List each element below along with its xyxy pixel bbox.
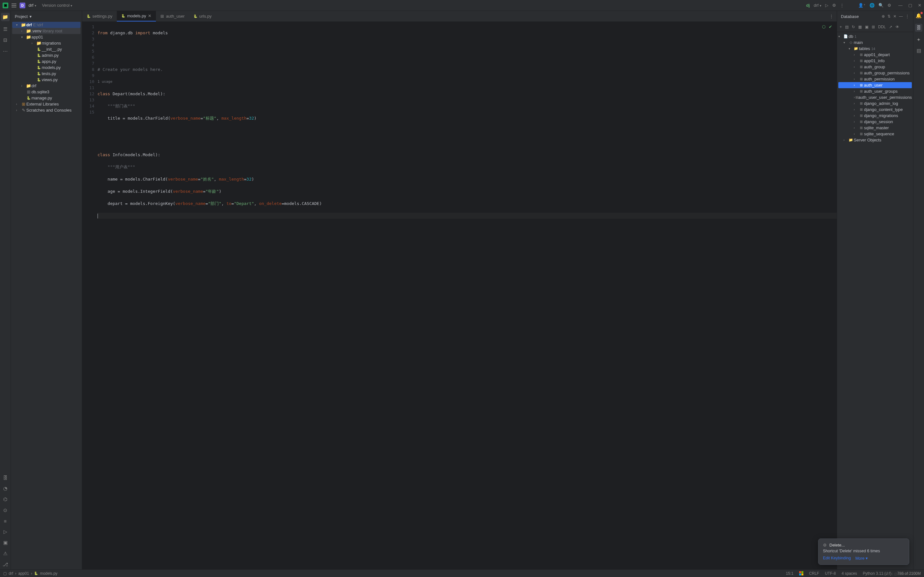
db-table-icon[interactable]: ⊞ [872,25,875,29]
db-new-icon[interactable]: + [840,25,842,29]
tab-models[interactable]: 🐍models.py✕ [117,11,156,21]
snippet-tool-button[interactable]: ▤ [917,48,921,53]
db-table-item[interactable]: ›⊞auth_group [839,64,912,70]
terminal-icon[interactable]: ▣ [3,540,8,546]
structure-tool-button[interactable]: ☰ [3,26,7,32]
ai-tool-button[interactable]: ✦ [917,37,921,43]
db-table-item[interactable]: ›⊞django_content_type [839,106,912,113]
status-memory[interactable]: 786 of 2100M [897,571,921,576]
db-refresh-icon[interactable]: ↻ [852,25,855,29]
code-with-me-icon[interactable]: 👤⁺ [858,3,866,8]
db-main[interactable]: ▾◇main [839,39,912,45]
tree-dbfile[interactable]: ⊞db.sqlite3 [12,89,81,95]
database-panel-header: Database ⊕ ⇅ ✕ — ⋮ [837,11,913,22]
db-server-objects[interactable]: ›📁Server Objects [839,137,912,143]
db-console-icon[interactable]: ▤ [845,25,848,29]
tree-migrations[interactable]: ›📁migrations [12,40,81,46]
db-table-item[interactable]: ›⊞sqlite_sequence [839,131,912,137]
debug-button[interactable]: ⚙ [832,3,836,8]
code-editor[interactable]: ⬡ ✔ 1 2 3 4 5 6 7 8 9 10 11 12 13 14 15 [82,22,837,569]
code-content[interactable]: from django.db import models # Create yo… [98,22,837,569]
db-view-icon[interactable]: 👁 [895,25,899,29]
db-table-item[interactable]: ›⊞django_migrations [839,113,912,119]
more-link[interactable]: More ▾ [855,556,868,561]
edit-keybinding-link[interactable]: Edit Keybinding [823,556,851,561]
db-table-item[interactable]: ›⊞app01_info [839,58,912,64]
status-eol[interactable]: CRLF [809,571,819,576]
run-config-dropdown[interactable]: drf ▾ [814,3,821,8]
translate-icon[interactable]: 🌐 [869,3,875,8]
close-button[interactable]: ✕ [918,3,921,8]
db-table-item[interactable]: ›⊞auth_user_groups [839,88,912,94]
tree-venv[interactable]: ›📁 .venv library root [12,28,81,34]
tree-external-libs[interactable]: ›⊞External Libraries [12,101,81,107]
db-table-item[interactable]: ›⊞auth_user_user_permissions [839,94,912,100]
database-tool-icon[interactable]: 🗄 [3,475,8,480]
db-minimize-icon[interactable]: — [899,14,903,19]
db-table-auth-user[interactable]: ›⊞auth_user [839,82,912,88]
db-root[interactable]: ▾📄db1 [839,33,912,39]
db-table-item[interactable]: ›⊞django_admin_log [839,100,912,106]
db-table-item[interactable]: ›⊞auth_permission [839,76,912,82]
endpoints-tool-button[interactable]: ⊟ [3,37,7,43]
tree-drf-folder[interactable]: ›📁drf [12,83,81,89]
status-position[interactable]: 15:1 [786,571,793,576]
status-encoding[interactable]: UTF-8 [825,571,836,576]
maximize-button[interactable]: ▢ [908,3,912,8]
database-tree[interactable]: ▾📄db1 ▾◇main ▾📁tables14 ›⊞app01_depart ›… [837,32,913,569]
tree-root[interactable]: ▾📁 drf E:\drf [12,22,81,28]
minimize-button[interactable]: — [898,3,903,8]
project-tree[interactable]: ▾📁 drf E:\drf ›📁 .venv library root ▾📁ap… [11,22,82,569]
db-table-item[interactable]: ›⊞app01_depart [839,52,912,58]
tree-file[interactable]: 🐍admin.py [12,52,81,58]
inspection-ok-icon[interactable]: ⬡ [822,24,826,29]
layers-icon[interactable]: ≡ [4,518,7,524]
database-toolbar: + ▤ ↻ ▦ ▣ ⊞ DDL ↗ 👁 [837,22,913,32]
tree-file[interactable]: 🐍models.py [12,64,81,71]
db-diagram-icon[interactable]: ▣ [865,25,869,29]
tree-file[interactable]: 🐍__init__.py [12,46,81,52]
profiler-tool-icon[interactable]: ◔ [3,485,7,492]
db-table-item[interactable]: ›⊞django_session [839,119,912,125]
db-add-icon[interactable]: ⊕ [882,14,885,19]
database-tool-button[interactable]: 🗄 [915,24,922,32]
db-table-item[interactable]: ›⊞sqlite_master [839,125,912,131]
db-close-icon[interactable]: ✕ [893,14,897,19]
db-table-item[interactable]: ›⊞auth_group_permissions [839,70,912,76]
more-tools-button[interactable]: ⋯ [3,48,8,54]
git-icon[interactable]: ⎇ [3,562,8,567]
python-console-icon[interactable]: ⌬ [3,496,7,502]
tree-file[interactable]: 🐍views.py [12,77,81,83]
tree-manage[interactable]: 🐍manage.py [12,95,81,101]
db-sort-icon[interactable]: ⇅ [887,14,891,19]
project-panel-header[interactable]: Project ▾ [11,11,82,22]
tab-urls[interactable]: 🐍urls.py [189,11,216,21]
main-menu-button[interactable] [11,3,16,7]
editor-more-button[interactable]: ⋮ [826,11,837,21]
breadcrumbs[interactable]: ▢drf› app01› 🐍models.py [3,571,57,576]
run-button[interactable]: ▷ [825,3,828,8]
db-more-icon[interactable]: ⋮ [905,14,909,19]
more-run-button[interactable]: ⋮ [840,3,844,8]
tree-scratches[interactable]: ›✎Scratches and Consoles [12,107,81,113]
vcs-dropdown[interactable]: Version control ▾ [42,3,73,8]
tree-app01[interactable]: ▾📁app01 [12,34,81,40]
notifications-button[interactable]: 🔔 [916,13,922,19]
settings-icon[interactable]: ⚙ [887,3,891,8]
run-tool-icon[interactable]: ▷ [3,529,7,535]
tab-settings[interactable]: 🐍settings.py [82,11,117,21]
db-ddl-button[interactable]: DDL [878,25,886,29]
services-icon[interactable]: ⊙ [3,508,7,513]
tree-file[interactable]: 🐍apps.py [12,58,81,64]
status-indent[interactable]: 4 spaces [842,571,857,576]
search-icon[interactable]: 🔍 [879,3,884,8]
tab-authuser[interactable]: ⊞auth_user [156,11,189,21]
db-stop-icon[interactable]: ▦ [858,25,862,29]
close-icon[interactable]: ✕ [148,13,152,18]
project-tool-button[interactable]: 📁 [1,13,10,21]
project-name-dropdown[interactable]: drf ▾ [29,3,36,8]
db-tables[interactable]: ▾📁tables14 [839,45,912,52]
tree-file[interactable]: 🐍tests.py [12,71,81,77]
problems-icon[interactable]: ⚠ [3,551,7,556]
db-navigate-icon[interactable]: ↗ [889,25,892,29]
